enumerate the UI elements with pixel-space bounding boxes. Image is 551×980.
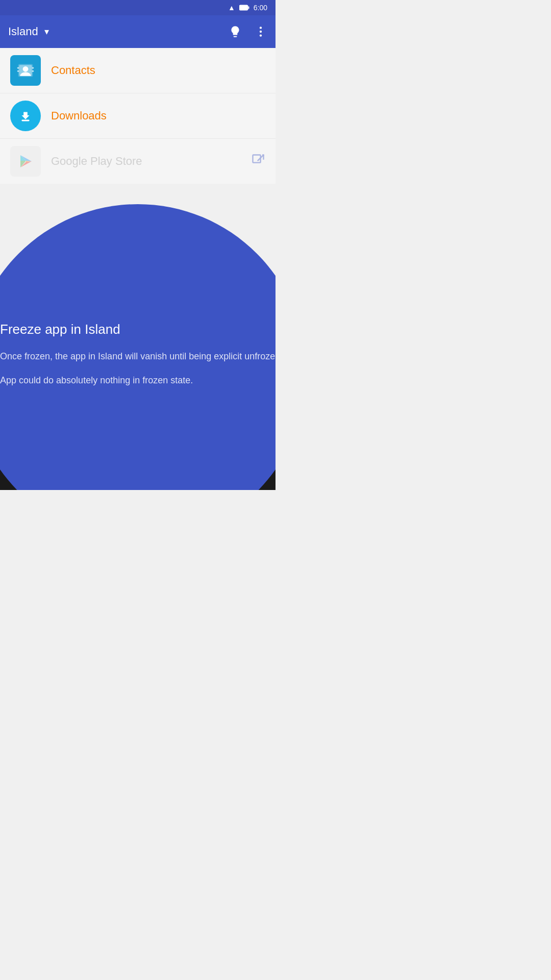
dropdown-arrow-icon[interactable]: ▾ xyxy=(44,26,49,37)
app-title: Island xyxy=(8,25,38,38)
more-options-icon[interactable] xyxy=(254,25,267,38)
svg-rect-1 xyxy=(248,7,249,9)
app-bar-actions xyxy=(229,25,267,38)
svg-point-3 xyxy=(260,27,262,29)
external-link-icon xyxy=(251,153,265,167)
downloads-app-name: Downloads xyxy=(51,109,107,122)
tooltip-body-1: Once frozen, the app in Island will vani… xyxy=(0,350,276,363)
app-bar-title-group: Island ▾ xyxy=(8,25,229,38)
wifi-icon: ▲ xyxy=(228,4,235,12)
list-item[interactable]: Contacts xyxy=(0,48,276,93)
battery-icon xyxy=(239,5,249,11)
bulb-icon[interactable] xyxy=(229,25,242,38)
status-bar: ▲ 6:00 xyxy=(0,0,276,15)
tooltip-title: Freeze app in Island xyxy=(0,322,276,337)
time-display: 6:00 xyxy=(254,4,267,12)
svg-point-5 xyxy=(260,34,262,36)
svg-rect-11 xyxy=(32,67,34,69)
svg-point-8 xyxy=(23,66,29,72)
play-store-app-name: Google Play Store xyxy=(51,155,142,168)
svg-rect-10 xyxy=(17,70,19,72)
contacts-app-icon xyxy=(10,55,41,86)
svg-rect-12 xyxy=(32,70,34,72)
downloads-icon xyxy=(16,106,35,126)
contacts-app-name: Contacts xyxy=(51,64,95,77)
tooltip-body-2: App could do absolutely nothing in froze… xyxy=(0,374,276,387)
tooltip-content: Freeze app in Island Once frozen, the ap… xyxy=(0,306,276,418)
svg-rect-2 xyxy=(240,6,247,10)
external-link-button[interactable] xyxy=(251,153,265,169)
play-store-app-icon xyxy=(10,146,41,177)
svg-point-4 xyxy=(260,31,262,33)
app-list: Contacts Downloads xyxy=(0,48,276,184)
list-item[interactable]: Downloads xyxy=(0,93,276,139)
list-item[interactable]: Google Play Store xyxy=(0,139,276,184)
play-store-icon xyxy=(15,151,36,172)
downloads-app-icon xyxy=(10,101,41,131)
tooltip-overlay: Freeze app in Island Once frozen, the ap… xyxy=(0,204,276,490)
svg-rect-9 xyxy=(17,67,19,69)
svg-rect-14 xyxy=(21,120,29,121)
contacts-icon xyxy=(16,61,35,80)
app-bar: Island ▾ xyxy=(0,15,276,48)
